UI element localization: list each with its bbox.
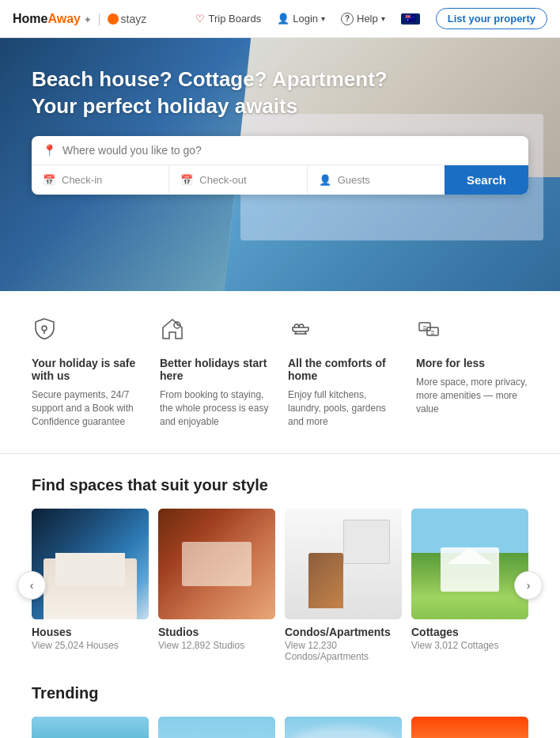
feature-safe: Your holiday is safe with us Secure paym…	[32, 316, 144, 428]
chevron-down-icon: ▾	[321, 14, 325, 23]
south-image	[411, 717, 528, 738]
house-icon	[160, 316, 272, 347]
feature-comforts: All the comforts of home Enjoy full kitc…	[288, 316, 400, 428]
hero-section: Beach house? Cottage? Apartment? Your pe…	[0, 38, 560, 291]
features-section: Your holiday is safe with us Secure paym…	[0, 291, 560, 454]
comforts-icon	[288, 316, 400, 347]
logo-separator: |	[97, 12, 100, 26]
trending-section: Trending ‹ Mornington Peninsula Victoria	[0, 684, 560, 738]
trending-card-sydney[interactable]: Sydney New South Wales	[158, 717, 275, 738]
studios-count: View 12,892 Studios	[158, 640, 275, 651]
space-card-cottages[interactable]: Cottages View 3,012 Cottages	[411, 509, 528, 662]
help-nav[interactable]: ? Help ▾	[341, 13, 385, 25]
feature-holidays: Better holidays start here From booking …	[160, 316, 272, 428]
flag-icon: 🇦🇺	[401, 13, 420, 25]
trending-carousel: ‹ Mornington Peninsula Victoria Sydney	[32, 717, 528, 738]
studios-image	[158, 509, 275, 619]
search-location-row: 📍	[32, 136, 528, 165]
cottages-label: Cottages	[411, 626, 528, 638]
stayz-icon	[108, 13, 119, 25]
space-card-condos[interactable]: Condos/Apartments View 12,230 Condos/Apa…	[285, 509, 402, 662]
chevron-right-icon: ›	[527, 579, 531, 592]
sydney-image	[158, 717, 275, 738]
login-nav[interactable]: 👤 Login ▾	[277, 13, 325, 25]
logo-homeaway: HomeAway ✦	[13, 12, 91, 26]
space-card-houses[interactable]: Houses View 25,024 Houses	[32, 509, 149, 662]
guests-field[interactable]: 👤 Guests	[308, 166, 445, 194]
search-bar: 📍 📅 Check-in 📅 Check-out 👤 Guests Search	[32, 136, 528, 195]
condos-image	[285, 509, 402, 619]
search-fields-row: 📅 Check-in 📅 Check-out 👤 Guests Search	[32, 165, 528, 195]
checkout-field[interactable]: 📅 Check-out	[169, 166, 307, 194]
space-card-studios[interactable]: Studios View 12,892 Studios	[158, 509, 275, 662]
hero-title: Beach house? Cottage? Apartment? Your pe…	[32, 66, 528, 120]
houses-image	[32, 509, 149, 619]
spaces-prev-button[interactable]: ‹	[17, 571, 46, 600]
condos-label: Condos/Apartments	[285, 626, 402, 638]
location-icon: 📍	[43, 144, 56, 157]
spaces-next-button[interactable]: ›	[514, 571, 543, 600]
trending-card-south[interactable]: South Coast New South Wales	[411, 717, 528, 738]
spaces-carousel: ‹ Houses View 25,024 Houses	[32, 509, 528, 662]
feature-value: More for less More space, more privacy, …	[416, 316, 528, 428]
help-icon: ?	[341, 13, 354, 25]
chevron-left-icon: ‹	[30, 579, 34, 592]
spaces-title: Find spaces that suit your style	[32, 476, 528, 494]
hero-content: Beach house? Cottage? Apartment? Your pe…	[0, 38, 560, 210]
studios-label: Studios	[158, 626, 275, 638]
logo-stayz: stayz	[108, 13, 147, 25]
houses-count: View 25,024 Houses	[32, 640, 149, 651]
location-input[interactable]	[62, 144, 517, 157]
search-button[interactable]: Search	[445, 165, 528, 195]
cottages-image	[411, 509, 528, 619]
header-nav: ♡ Trip Boards 👤 Login ▾ ? Help ▾ 🇦🇺 List…	[195, 8, 547, 29]
cottages-count: View 3,012 Cottages	[411, 640, 528, 651]
checkin-field[interactable]: 📅 Check-in	[32, 166, 169, 194]
trending-card-sunshine[interactable]: Sunshine Coast Queensland	[285, 717, 402, 738]
calendar-icon-2: 📅	[180, 174, 193, 186]
user-icon: 👤	[277, 13, 289, 25]
spaces-cards-grid: Houses View 25,024 Houses Studios View 1…	[32, 509, 528, 662]
houses-label: Houses	[32, 626, 149, 638]
header: HomeAway ✦ | stayz ♡ Trip Boards 👤 Login…	[0, 0, 560, 38]
svg-point-0	[42, 326, 47, 331]
trending-cards-grid: Mornington Peninsula Victoria Sydney New…	[32, 717, 528, 738]
logo: HomeAway ✦ | stayz	[13, 12, 146, 26]
spaces-section: Find spaces that suit your style ‹ House…	[0, 454, 560, 684]
list-property-button[interactable]: List your property	[436, 8, 547, 29]
mornington-image	[32, 717, 149, 738]
value-icon	[416, 316, 528, 347]
shield-icon	[32, 316, 144, 347]
trip-boards-nav[interactable]: ♡ Trip Boards	[195, 13, 261, 25]
calendar-icon: 📅	[43, 174, 55, 186]
guests-icon: 👤	[319, 174, 331, 186]
heart-icon: ♡	[195, 13, 205, 25]
condos-count: View 12,230 Condos/Apartments	[285, 640, 402, 662]
sunshine-image	[285, 717, 402, 738]
trending-title: Trending	[32, 684, 528, 702]
trending-card-mornington[interactable]: Mornington Peninsula Victoria	[32, 717, 149, 738]
chevron-down-icon-help: ▾	[381, 14, 385, 23]
